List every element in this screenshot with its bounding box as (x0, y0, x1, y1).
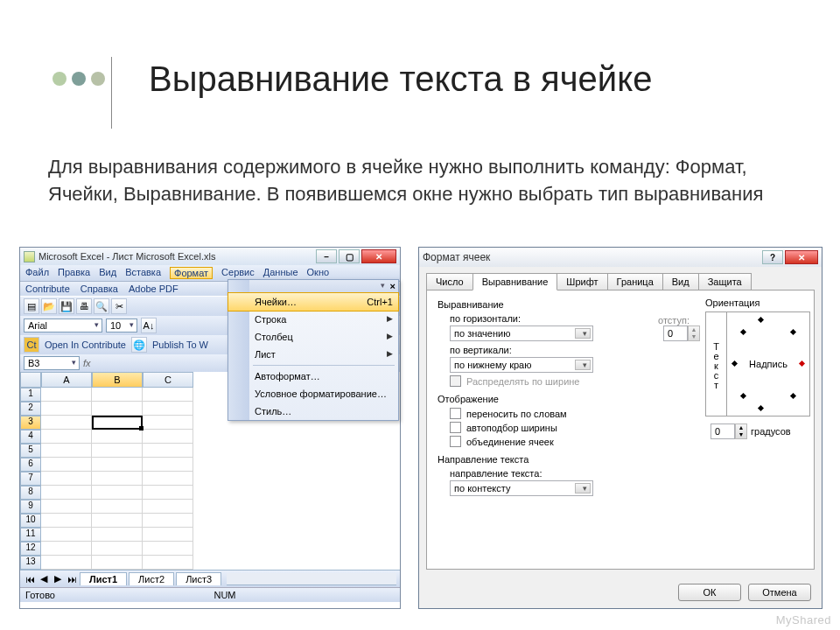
vertical-text-sample[interactable]: Текст (706, 312, 727, 416)
menu-item[interactable]: Лист▶ (228, 346, 398, 363)
cell[interactable] (92, 444, 143, 458)
degrees-input[interactable] (710, 424, 735, 439)
row-header[interactable]: 2 (20, 402, 41, 416)
degrees-spinner[interactable]: ▲▼ (710, 424, 747, 439)
preview-icon[interactable]: 🔍 (94, 298, 109, 314)
font-name-combo[interactable]: Arial (24, 318, 102, 332)
cell[interactable] (41, 444, 92, 458)
menu-edit[interactable]: Правка (58, 267, 90, 279)
direction-dropdown[interactable]: по контексту (450, 480, 593, 496)
horizontal-dropdown[interactable]: по значению (450, 326, 593, 341)
menu-help[interactable]: Справка (80, 284, 118, 294)
menu-item[interactable]: Строка▶ (228, 311, 398, 328)
sheet-tab[interactable]: Лист1 (80, 572, 127, 585)
cell[interactable] (143, 402, 193, 416)
new-icon[interactable]: ▤ (24, 298, 39, 314)
row-header[interactable]: 5 (20, 444, 41, 458)
orientation-box[interactable]: Текст Надпись (705, 312, 810, 416)
publish-to-web[interactable]: Publish To W (152, 340, 208, 350)
menu-window[interactable]: Окно (307, 267, 330, 279)
tab-nav-prev[interactable]: ◀ (38, 573, 50, 584)
vertical-dropdown[interactable]: по нижнему краю (450, 357, 593, 373)
indent-spinner[interactable]: ▲▼ (663, 326, 700, 341)
menu-item[interactable]: Условное форматирование… (228, 385, 398, 402)
cell[interactable] (41, 472, 92, 486)
menu-insert[interactable]: Вставка (125, 267, 161, 279)
tab-protection[interactable]: Защита (698, 273, 752, 290)
indent-input[interactable] (663, 326, 688, 341)
sheet-tab[interactable]: Лист2 (129, 572, 174, 585)
menu-data[interactable]: Данные (263, 267, 298, 279)
cell[interactable] (92, 416, 143, 430)
cell[interactable] (41, 514, 92, 528)
cell[interactable] (143, 542, 193, 556)
cell[interactable] (92, 388, 143, 402)
row-header[interactable]: 1 (20, 388, 41, 402)
menu-contribute[interactable]: Contribute (25, 284, 70, 294)
menu-grip[interactable]: ▾ (381, 281, 385, 291)
checkbox-icon[interactable] (450, 422, 461, 433)
cell[interactable] (143, 388, 193, 402)
cell[interactable] (143, 514, 193, 528)
maximize-button[interactable]: ▢ (339, 249, 360, 263)
cell[interactable] (143, 500, 193, 514)
cell[interactable] (143, 556, 193, 570)
print-icon[interactable]: 🖶 (76, 298, 92, 314)
cell[interactable] (143, 472, 193, 486)
row-header[interactable]: 9 (20, 500, 41, 514)
cell[interactable] (143, 430, 193, 444)
menu-item[interactable]: Автоформат… (228, 368, 398, 385)
cell[interactable] (92, 514, 143, 528)
row-header[interactable]: 4 (20, 430, 41, 444)
row-header[interactable]: 11 (20, 528, 41, 542)
cell[interactable] (143, 486, 193, 500)
row-header[interactable]: 13 (20, 556, 41, 570)
cell[interactable] (41, 416, 92, 430)
menu-item[interactable]: Столбец▶ (228, 328, 398, 346)
indent-spin-buttons[interactable]: ▲▼ (688, 326, 700, 341)
col-header[interactable]: C (143, 372, 193, 388)
publish-icon[interactable]: 🌐 (131, 337, 147, 353)
cancel-button[interactable]: Отмена (748, 584, 811, 601)
row-header[interactable]: 8 (20, 486, 41, 500)
menu-close-icon[interactable]: × (390, 281, 396, 291)
menu-format[interactable]: Формат (170, 267, 213, 279)
checkbox-icon[interactable] (450, 408, 461, 419)
cell[interactable] (92, 542, 143, 556)
menu-tools[interactable]: Сервис (221, 267, 255, 279)
cell[interactable] (92, 458, 143, 472)
tab-border[interactable]: Граница (607, 273, 663, 290)
cell[interactable] (143, 444, 193, 458)
cell[interactable] (92, 486, 143, 500)
close-button[interactable]: ✕ (785, 250, 818, 264)
cell[interactable] (41, 430, 92, 444)
contribute-icon[interactable]: Ct (24, 337, 39, 353)
cell[interactable] (41, 528, 92, 542)
row-header[interactable]: 12 (20, 542, 41, 556)
tab-pattern[interactable]: Вид (662, 273, 699, 290)
minimize-button[interactable]: – (316, 249, 337, 263)
open-icon[interactable]: 📂 (41, 298, 57, 314)
row-header[interactable]: 10 (20, 514, 41, 528)
cell[interactable] (92, 500, 143, 514)
cell[interactable] (41, 542, 92, 556)
orientation-dial[interactable]: Надпись (727, 312, 809, 416)
cell[interactable] (41, 458, 92, 472)
tab-font[interactable]: Шрифт (556, 273, 607, 290)
name-box[interactable]: B3 (24, 356, 80, 370)
cell[interactable] (41, 486, 92, 500)
cell[interactable] (143, 528, 193, 542)
checkbox-icon[interactable] (450, 436, 461, 447)
menu-view[interactable]: Вид (99, 267, 116, 279)
help-button[interactable]: ? (762, 250, 783, 264)
font-size-combo[interactable]: 10 (106, 318, 137, 332)
cut-icon[interactable]: ✂ (111, 298, 127, 314)
tab-nav-first[interactable]: ⏮ (24, 574, 36, 584)
row-header[interactable]: 7 (20, 472, 41, 486)
menu-item[interactable]: Ячейки…Ctrl+1 (228, 292, 399, 312)
cell[interactable] (92, 528, 143, 542)
cell[interactable] (41, 500, 92, 514)
tab-alignment[interactable]: Выравнивание (472, 273, 558, 290)
cell[interactable] (92, 430, 143, 444)
tab-nav-next[interactable]: ▶ (52, 573, 64, 584)
